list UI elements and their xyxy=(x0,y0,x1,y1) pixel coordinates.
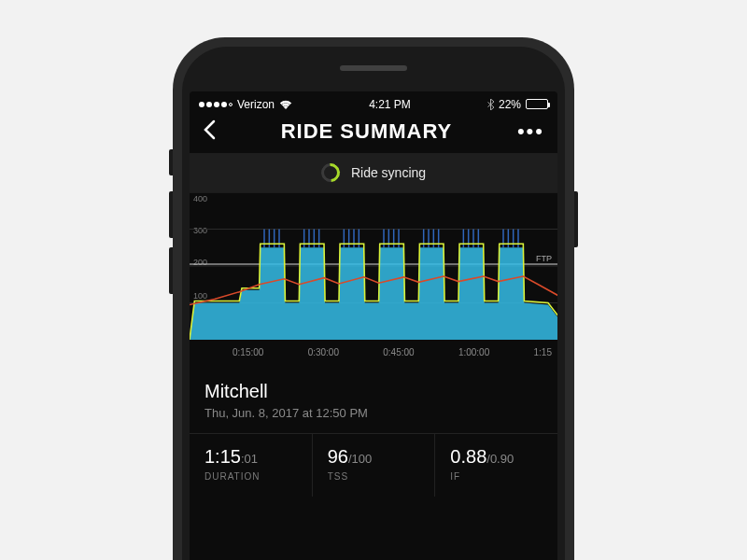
stat-duration[interactable]: 1:15:01 DURATION xyxy=(190,434,313,497)
power-button xyxy=(574,191,578,247)
x-tick: 1:15 xyxy=(534,347,552,360)
phone-speaker xyxy=(340,65,407,71)
back-button[interactable] xyxy=(203,119,216,144)
clock: 4:21 PM xyxy=(369,98,411,111)
battery-percentage: 22% xyxy=(499,98,521,111)
volume-up xyxy=(169,191,173,238)
stat-value: 1:15 xyxy=(204,446,241,467)
chevron-left-icon xyxy=(203,119,216,140)
stat-row: 1:15:01 DURATION 96/100 TSS 0.88/0.90 IF xyxy=(190,433,557,497)
stat-value: 96 xyxy=(328,446,348,467)
ftp-label: FTP xyxy=(534,254,554,263)
chart-canvas xyxy=(190,192,557,340)
wifi-icon xyxy=(279,100,292,109)
page-title: RIDE SUMMARY xyxy=(281,119,453,144)
stat-label: IF xyxy=(450,471,543,482)
ride-chart[interactable]: 400 300 200 100 FTP 0:15:00 0:30:00 0:45… xyxy=(190,192,557,368)
ride-name: Mitchell xyxy=(204,381,543,402)
carrier-label: Verizon xyxy=(237,98,275,111)
chart-x-axis: 0:15:00 0:30:00 0:45:00 1:00:00 1:15 xyxy=(190,347,557,360)
more-button[interactable]: ••• xyxy=(517,119,544,144)
stat-tss[interactable]: 96/100 TSS xyxy=(313,434,436,497)
ride-date: Thu, Jun. 8, 2017 at 12:50 PM xyxy=(204,406,543,420)
x-tick: 0:15:00 xyxy=(233,347,263,360)
nav-bar: RIDE SUMMARY ••• xyxy=(190,112,557,153)
bluetooth-icon xyxy=(487,99,494,110)
mute-switch xyxy=(169,149,173,175)
signal-strength-icon xyxy=(199,102,233,107)
x-tick: 0:45:00 xyxy=(383,347,414,360)
ride-meta: Mitchell Thu, Jun. 8, 2017 at 12:50 PM xyxy=(190,368,557,433)
spinner-icon xyxy=(317,160,344,186)
stat-value: 0.88 xyxy=(450,446,486,467)
screen: Verizon 4:21 PM 22% xyxy=(190,91,557,560)
status-bar: Verizon 4:21 PM 22% xyxy=(190,91,557,112)
stat-label: TSS xyxy=(328,471,420,482)
stat-label: DURATION xyxy=(204,471,297,482)
sync-label: Ride syncing xyxy=(351,165,426,180)
stat-sub: :01 xyxy=(241,452,258,466)
volume-down xyxy=(169,247,173,294)
battery-icon xyxy=(526,99,548,109)
sync-status-bar: Ride syncing xyxy=(190,153,557,192)
phone-frame: Verizon 4:21 PM 22% xyxy=(173,37,574,560)
x-tick: 0:30:00 xyxy=(308,347,339,360)
stat-sub: /100 xyxy=(348,452,372,466)
stat-if[interactable]: 0.88/0.90 IF xyxy=(435,434,557,497)
stat-sub: /0.90 xyxy=(486,452,514,466)
x-tick: 1:00:00 xyxy=(458,347,489,360)
